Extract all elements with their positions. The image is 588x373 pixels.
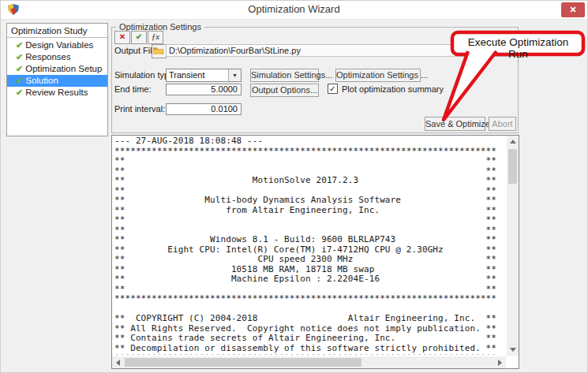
check-icon: ✔ [16,76,23,85]
horizontal-scroll-thumb[interactable] [125,358,361,367]
save-and-optimize-button[interactable]: Save & Optimize [425,117,485,131]
solver-log-text[interactable]: --- 27-AUG-2018 18:08:48 --- ***********… [114,136,505,355]
plot-summary-label: Plot optimization summary [342,84,444,94]
end-time-label: End time: [114,84,151,94]
vertical-scrollbar[interactable] [507,136,519,356]
tree-item-responses[interactable]: ✔Responses [7,51,107,63]
scroll-left-icon[interactable] [112,356,124,368]
vertical-scroll-thumb[interactable] [508,149,517,184]
close-button[interactable]: ✕ [561,2,585,17]
tree-item-optimization-setup[interactable]: ✔Optimization Setup [7,63,107,75]
scroll-up-icon[interactable] [507,136,519,147]
check-icon: ✔ [16,64,23,73]
tree-item-label: Solution [25,76,58,85]
check-icon: ✔ [16,88,23,97]
optimization-wizard-window: Optimization Wizard ✕ Optimization Study… [0,0,588,373]
browse-folder-button[interactable] [152,44,167,58]
simulation-type-dropdown[interactable]: Transient ▼ [166,69,242,82]
expression-builder-button[interactable]: ƒx [148,31,163,44]
tree-item-label: Review Results [25,88,88,97]
apply-button[interactable]: ✔ [131,31,147,44]
tree-header: Optimization Study [7,24,107,38]
tree-item-solution[interactable]: ✔Solution [7,75,107,87]
tree-item-label: Optimization Setup [25,64,102,73]
simulation-settings-button[interactable]: Simulation Settings... [250,69,319,82]
tree-item-label: Design Variables [25,40,93,50]
delete-button[interactable]: ✕ [114,31,130,44]
print-interval-input[interactable]: 0.0100 [166,103,242,115]
solver-log-console: --- 27-AUG-2018 18:08:48 --- ***********… [111,135,519,369]
check-icon: ✔ [16,40,23,50]
optimization-study-panel: Optimization Study ✔Design Variables ✔Re… [6,23,108,136]
output-file-path[interactable]: D:\Optimization\FourBar\StLine.py [166,44,513,57]
scroll-down-icon[interactable] [507,344,519,356]
tree-item-review-results[interactable]: ✔Review Results [7,87,107,99]
abort-button[interactable]: Abort [489,117,516,131]
tree-items: ✔Design Variables ✔Responses ✔Optimizati… [7,38,107,99]
folder-icon [152,45,164,56]
chevron-down-icon: ▼ [228,69,241,81]
check-icon: ✔ [16,52,23,62]
tree-item-label: Responses [25,52,71,62]
optimization-settings-button[interactable]: Optimization Settings ... [335,69,421,82]
output-options-button[interactable]: Output Options... [250,84,319,97]
print-interval-label: Print interval: [114,104,165,114]
end-time-input[interactable]: 5.0000 [166,84,242,95]
optimization-settings-group: Optimization Settings ✕ ✔ ƒx Output File… [111,27,519,133]
tree-item-design-variables[interactable]: ✔Design Variables [7,39,107,51]
settings-toolbar: ✕ ✔ ƒx [114,31,163,44]
window-title: Optimization Wizard [1,3,587,15]
scroll-right-icon[interactable] [494,356,506,368]
plot-summary-row: ✓ Plot optimization summary [328,84,444,94]
plot-summary-checkbox[interactable]: ✓ [328,84,338,94]
title-bar: Optimization Wizard ✕ [1,1,587,20]
horizontal-scrollbar[interactable] [112,356,506,368]
